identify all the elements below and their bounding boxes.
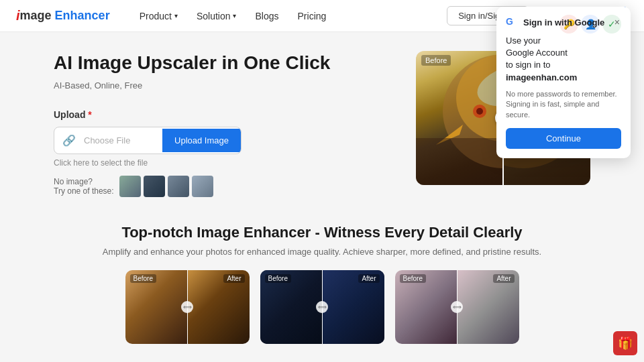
image-cards: ⟺ Before After ⟺ Before After ⟺ Before A… — [54, 270, 590, 344]
upload-placeholder: Choose File — [84, 129, 162, 152]
nav-links: Product ▾ Solution ▾ Blogs Pricing — [131, 7, 447, 25]
gift-icon: 🎁 — [618, 336, 633, 351]
sample-image-1[interactable] — [119, 176, 141, 197]
product-chevron-icon: ▾ — [174, 12, 178, 19]
sample-image-2[interactable] — [144, 176, 165, 197]
left-panel: AI Image Upscaler in One Click AI-Based,… — [54, 51, 394, 197]
card2-before-label: Before — [265, 274, 291, 283]
nav-pricing[interactable]: Pricing — [290, 7, 335, 25]
nav-product[interactable]: Product ▾ — [131, 7, 186, 25]
popup-close-button[interactable]: × — [613, 16, 621, 28]
nav-blogs[interactable]: Blogs — [247, 7, 286, 25]
popup-body-area: 🔑 👤 ✓ Use your Google Account to sign in… — [506, 35, 621, 89]
image-card-2: ⟺ Before After — [260, 270, 384, 344]
sample-image-4[interactable] — [192, 176, 213, 197]
popup-continue-button[interactable]: Continue — [506, 128, 621, 149]
svg-point-4 — [476, 108, 483, 115]
solution-chevron-icon: ▾ — [233, 12, 236, 19]
before-side — [416, 51, 503, 185]
link-icon: 🔗 — [54, 127, 84, 154]
card3-before-label: Before — [400, 274, 426, 283]
popup-header-title: Sign in with Google — [523, 17, 604, 27]
popup-domain: imageenhan.com — [506, 72, 577, 82]
no-image-label: No image? Try one of these: — [54, 177, 114, 196]
bottom-section: Top-notch Image Enhancer - Witness Every… — [0, 210, 644, 357]
sample-image-3[interactable] — [168, 176, 189, 197]
card1-handle[interactable]: ⟺ — [181, 301, 193, 313]
card1-after-label: After — [223, 274, 244, 283]
popup-security-text: No more passwords to remember. Signing i… — [506, 89, 621, 120]
logo: image Enhancer — [16, 8, 110, 23]
popup-header: G Sign in with Google × — [506, 16, 621, 28]
image-card-1: ⟺ Before After — [125, 270, 250, 344]
nav-solution[interactable]: Solution ▾ — [189, 7, 245, 25]
image-card-3: ⟺ Before After — [395, 270, 519, 344]
section-desc: Amplify and enhance your photos for enha… — [54, 247, 590, 257]
upload-required-marker: * — [88, 109, 91, 120]
svg-rect-7 — [416, 138, 503, 185]
google-signin-popup: G Sign in with Google × 🔑 👤 ✓ Use your G… — [496, 7, 631, 158]
hero-title: AI Image Upscaler in One Click — [54, 51, 394, 75]
upload-box: 🔗 Choose File Upload Image — [54, 127, 241, 154]
google-g-icon: G — [506, 16, 518, 28]
sample-images — [119, 176, 213, 197]
popup-body-text: Use your Google Account to sign in to im… — [506, 35, 621, 84]
eagle-before-svg — [416, 51, 503, 185]
logo-image: mage — [20, 9, 52, 23]
upload-label: Upload * — [54, 109, 394, 120]
card2-handle[interactable]: ⟺ — [316, 301, 328, 313]
logo-enhancer: Enhancer — [55, 9, 110, 23]
card1-before-label: Before — [130, 274, 156, 283]
before-label: Before — [421, 55, 451, 66]
card3-handle[interactable]: ⟺ — [451, 301, 463, 313]
gift-button[interactable]: 🎁 — [613, 331, 637, 355]
hero-subtitle: AI-Based, Online, Free — [54, 80, 394, 90]
upload-hint: Click here to select the file — [54, 158, 394, 168]
card2-after-label: After — [358, 274, 379, 283]
section-title: Top-notch Image Enhancer - Witness Every… — [54, 224, 590, 241]
card3-after-label: After — [493, 274, 514, 283]
try-images: No image? Try one of these: — [54, 176, 394, 197]
upload-image-button[interactable]: Upload Image — [162, 129, 241, 152]
popup-header-left: G Sign in with Google — [506, 16, 604, 28]
